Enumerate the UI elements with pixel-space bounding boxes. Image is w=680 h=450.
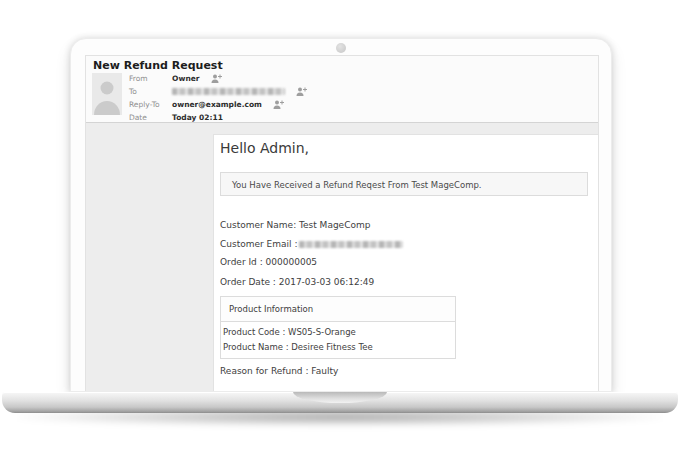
product-table-body: Product Code : WS05-S-Orange Product Nam…	[221, 322, 455, 358]
email-content-panel: Hello Admin, You Have Received a Refund …	[213, 134, 599, 391]
blurred-to-address	[172, 88, 285, 95]
detail-label: Customer Name:	[220, 220, 296, 230]
field-value: Today 02:11	[172, 113, 223, 122]
add-contact-icon[interactable]	[296, 87, 307, 96]
detail-order-date: Order Date : 2017-03-03 06:12:49	[220, 276, 374, 288]
product-info-table: Product Information Product Code : WS05-…	[220, 296, 456, 359]
add-contact-icon[interactable]	[273, 100, 284, 109]
laptop-base	[2, 392, 678, 413]
laptop-frame: New Refund Request From Owner	[70, 38, 612, 392]
laptop-screen: New Refund Request From Owner	[85, 55, 599, 391]
product-table-header: Product Information	[221, 297, 455, 322]
field-row-replyto: Reply-To owner@example.com	[129, 97, 307, 110]
product-name-row: Product Name : Desiree Fitness Tee	[223, 340, 453, 355]
detail-label: Order Id :	[220, 257, 263, 267]
product-code-row: Product Code : WS05-S-Orange	[223, 325, 453, 340]
detail-label: Order Date :	[220, 277, 276, 287]
field-row-from: From Owner	[129, 71, 307, 84]
refund-reason-text: Reason for Refund : Faulty	[220, 365, 338, 377]
detail-value: Test MageComp	[296, 220, 370, 230]
laptop-base-notch	[293, 392, 387, 403]
notice-box: You Have Received a Refund Reqest From T…	[220, 172, 588, 196]
sender-avatar	[92, 73, 122, 115]
add-contact-icon[interactable]	[211, 74, 222, 83]
email-body: Hello Admin, You Have Received a Refund …	[86, 123, 598, 391]
email-header: New Refund Request From Owner	[86, 56, 598, 123]
header-fields: From Owner To Reply-To	[129, 71, 307, 123]
person-silhouette-icon	[92, 73, 122, 115]
field-row-date: Date Today 02:11	[129, 110, 307, 123]
detail-value: 000000005	[263, 257, 317, 267]
field-row-to: To	[129, 84, 307, 97]
detail-value: 2017-03-03 06:12:49	[276, 277, 374, 287]
field-value: Owner	[172, 74, 199, 83]
field-value: owner@example.com	[172, 100, 262, 109]
page: New Refund Request From Owner	[0, 0, 680, 450]
detail-order-id: Order Id : 000000005	[220, 256, 317, 268]
greeting-text: Hello Admin,	[220, 140, 309, 156]
webcam-icon	[336, 43, 346, 53]
detail-customer-name: Customer Name: Test MageComp	[220, 219, 370, 231]
blurred-customer-email	[299, 241, 403, 248]
detail-customer-email: Customer Email :	[220, 238, 403, 250]
detail-label: Customer Email :	[220, 239, 297, 249]
